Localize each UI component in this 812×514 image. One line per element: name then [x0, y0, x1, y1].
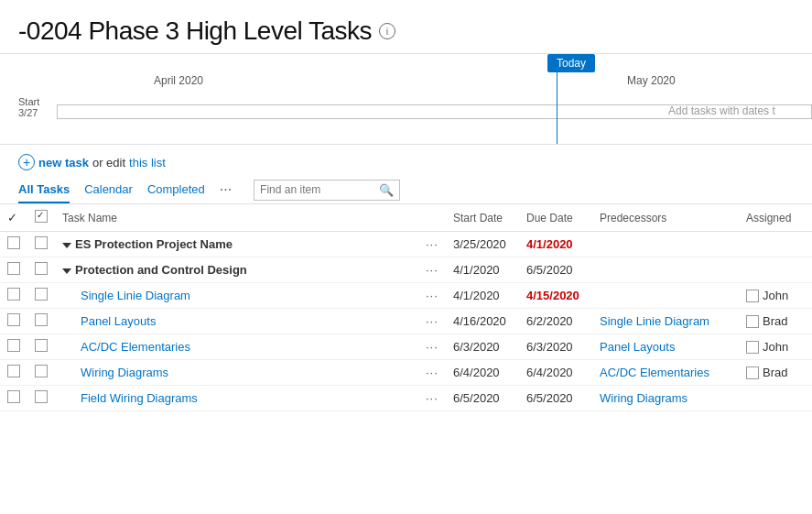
task-name-text[interactable]: Panel Layouts [81, 314, 156, 328]
predecessors-cell: AC/DC Elementaries [592, 360, 739, 386]
checkbox2-icon[interactable] [35, 288, 48, 301]
row-checkbox2[interactable] [27, 257, 55, 283]
assign-checkbox[interactable] [746, 341, 759, 354]
assign-checkbox[interactable] [746, 366, 759, 379]
table-row: ES Protection Project Name···3/25/20204/… [0, 232, 812, 257]
task-name-text[interactable]: AC/DC Elementaries [81, 340, 190, 354]
task-name-cell: Protection and Control Design [55, 257, 418, 283]
task-name-text[interactable]: Field Wiring Diagrams [81, 391, 198, 405]
due-date-cell: 6/3/2020 [519, 334, 592, 360]
task-name-text: Protection and Control Design [75, 263, 247, 277]
info-icon[interactable]: i [379, 23, 395, 39]
dots-icon[interactable]: ··· [426, 366, 438, 379]
row-checkbox2[interactable] [27, 309, 55, 334]
header-start-date: Start Date [446, 204, 519, 232]
task-name-text: ES Protection Project Name [75, 237, 233, 251]
checkbox-icon[interactable] [7, 262, 20, 275]
dots-icon[interactable]: ··· [426, 391, 438, 405]
due-date-cell: 6/5/2020 [519, 386, 592, 411]
may-label: May 2020 [627, 74, 676, 87]
row-checkbox2[interactable] [27, 232, 55, 257]
page-header: -0204 Phase 3 High Level Tasks i [0, 0, 812, 53]
assign-name-text: John [763, 289, 788, 302]
row-dots-menu[interactable]: ··· [418, 283, 446, 309]
checkbox-icon[interactable] [7, 313, 20, 326]
row-dots-menu[interactable]: ··· [418, 360, 446, 386]
checkbox-icon[interactable] [7, 365, 20, 377]
assigned-cell: Brad [739, 360, 812, 386]
search-icon[interactable]: 🔍 [379, 183, 394, 197]
dots-icon[interactable]: ··· [426, 263, 438, 277]
predecessors-cell [592, 232, 739, 257]
task-name-cell: ES Protection Project Name [55, 232, 418, 257]
checkbox-icon[interactable] [7, 339, 20, 352]
assign-checkbox[interactable] [746, 290, 759, 302]
predecessor-link[interactable]: Wiring Diagrams [600, 391, 687, 405]
header-checkbox-icon[interactable] [35, 210, 48, 223]
row-dots-menu[interactable]: ··· [418, 232, 446, 257]
row-checkbox[interactable] [0, 360, 27, 386]
row-dots-menu[interactable]: ··· [418, 386, 446, 411]
table-row: AC/DC Elementaries···6/3/20206/3/2020Pan… [0, 334, 812, 360]
predecessor-link[interactable]: Single Linie Diagram [600, 314, 709, 328]
new-task-link[interactable]: new task [38, 156, 89, 170]
predecessor-link[interactable]: Panel Layouts [600, 340, 675, 354]
row-checkbox2[interactable] [27, 334, 55, 360]
tab-all-tasks[interactable]: All Tasks [18, 177, 70, 203]
row-checkbox[interactable] [0, 386, 27, 411]
predecessors-cell: Single Linie Diagram [592, 309, 739, 334]
assign-checkbox[interactable] [746, 315, 759, 328]
task-name-text[interactable]: Wiring Diagrams [81, 366, 168, 379]
page-title: -0204 Phase 3 High Level Tasks [18, 16, 372, 46]
row-dots-menu[interactable]: ··· [418, 334, 446, 360]
april-label: April 2020 [154, 74, 203, 87]
search-box[interactable]: 🔍 [254, 180, 400, 201]
checkbox-icon[interactable] [7, 236, 20, 249]
collapse-triangle-icon[interactable] [62, 243, 71, 248]
tab-completed[interactable]: Completed [147, 177, 205, 203]
checkbox2-icon[interactable] [35, 236, 48, 249]
header-due-date: Due Date [519, 204, 592, 232]
check-mark-header: ✓ [7, 211, 17, 224]
task-name-cell: Single Linie Diagram [55, 283, 418, 309]
row-checkbox2[interactable] [27, 360, 55, 386]
row-checkbox2[interactable] [27, 283, 55, 309]
tabs-more-dots[interactable]: ··· [220, 176, 232, 203]
checkbox2-icon[interactable] [35, 262, 48, 275]
row-checkbox[interactable] [0, 309, 27, 334]
table-row: Field Wiring Diagrams···6/5/20206/5/2020… [0, 386, 812, 411]
dots-icon[interactable]: ··· [426, 237, 438, 251]
row-checkbox[interactable] [0, 232, 27, 257]
start-date-cell: 4/1/2020 [446, 257, 519, 283]
checkbox2-icon[interactable] [35, 365, 48, 377]
row-dots-menu[interactable]: ··· [418, 257, 446, 283]
predecessors-cell: Wiring Diagrams [592, 386, 739, 411]
due-date-cell: 6/5/2020 [519, 257, 592, 283]
checkbox-icon[interactable] [7, 390, 20, 403]
tab-calendar[interactable]: Calendar [84, 177, 133, 203]
dots-icon[interactable]: ··· [426, 289, 438, 302]
checkbox2-icon[interactable] [35, 390, 48, 403]
today-button[interactable]: Today [547, 54, 595, 72]
checkbox2-icon[interactable] [35, 313, 48, 326]
search-input[interactable] [260, 183, 379, 196]
dots-icon[interactable]: ··· [426, 340, 438, 354]
task-name-cell: Field Wiring Diagrams [55, 386, 418, 411]
task-name-text[interactable]: Single Linie Diagram [81, 289, 190, 302]
assigned-cell [739, 257, 812, 283]
edit-list-link[interactable]: this list [129, 156, 166, 170]
new-task-plus-icon: + [18, 154, 35, 170]
row-checkbox[interactable] [0, 257, 27, 283]
row-checkbox2[interactable] [27, 386, 55, 411]
new-task-bar: + new task or edit this list [0, 145, 812, 176]
checkbox-icon[interactable] [7, 288, 20, 301]
row-dots-menu[interactable]: ··· [418, 309, 446, 334]
collapse-triangle-icon[interactable] [62, 268, 71, 274]
row-checkbox[interactable] [0, 283, 27, 309]
dots-icon[interactable]: ··· [426, 314, 438, 328]
header-checkbox-col [27, 204, 55, 232]
table-row: Protection and Control Design···4/1/2020… [0, 257, 812, 283]
row-checkbox[interactable] [0, 334, 27, 360]
predecessor-link[interactable]: AC/DC Elementaries [600, 366, 709, 379]
checkbox2-icon[interactable] [35, 339, 48, 352]
